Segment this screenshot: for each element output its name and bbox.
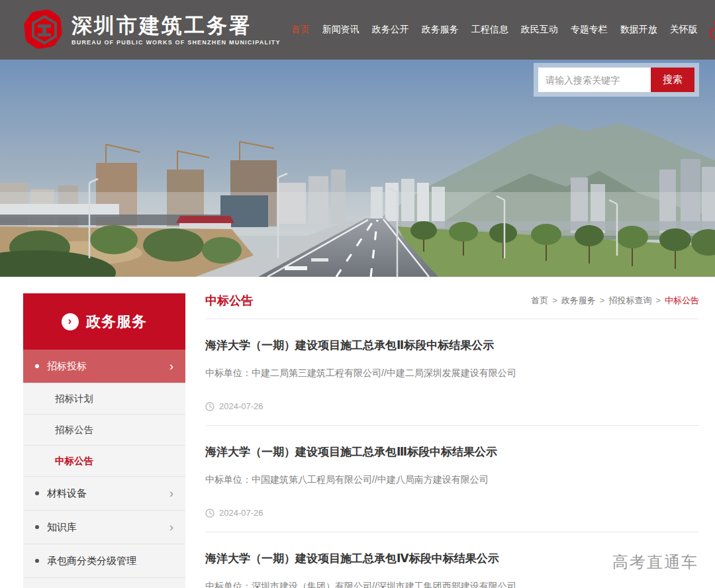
- announcement-title-link[interactable]: 海洋大学（一期）建设项目施工总承包Ⅱ标段中标结果公示: [205, 338, 699, 353]
- search-bar: 搜索: [534, 63, 699, 97]
- site-subtitle: BUREAU OF PUBLIC WORKS OF SHENZHEN MUNIC…: [72, 39, 281, 46]
- sidebar-item-winning-announcements[interactable]: 中标公告: [23, 445, 185, 476]
- sidebar-item-label: 材料设备: [47, 487, 87, 500]
- clock-icon: [205, 402, 215, 411]
- watermark: 高考直通车: [612, 552, 698, 573]
- bureau-logo-icon: [23, 9, 66, 51]
- search-button[interactable]: 搜索: [651, 68, 694, 92]
- sidebar-item-label: 招标计划: [55, 393, 93, 405]
- bullet-icon: [35, 364, 39, 368]
- breadcrumb-gov-services[interactable]: 政务服务: [561, 295, 596, 305]
- sidebar-item-label: 知识库: [47, 521, 77, 534]
- announcement-winner: 中标单位：深圳市建设（集团）有限公司//深圳市建工集团西部建设有限公司: [205, 581, 699, 588]
- sidebar-title-label: 政务服务: [86, 312, 147, 332]
- nav-news[interactable]: 新闻资讯: [322, 24, 359, 36]
- nav-gov-services[interactable]: 政务服务: [422, 24, 459, 36]
- nav-open-data[interactable]: 数据开放: [620, 24, 657, 36]
- accessibility-wheelchair-icon[interactable]: [707, 20, 715, 40]
- page: 深圳市建筑工务署 BUREAU OF PUBLIC WORKS OF SHENZ…: [0, 0, 715, 588]
- nav-home[interactable]: 首页: [291, 24, 310, 36]
- announcement-winner: 中标单位：中建二局第三建筑工程有限公司//中建二局深圳发展建设有限公司: [205, 368, 699, 379]
- sidebar: › 政务服务 招标投标 › 招标计划 招标公告 中标公告 材料设备 ›: [23, 293, 185, 588]
- search-input[interactable]: [538, 68, 651, 92]
- sidebar-item-label: 中标公告: [55, 455, 93, 467]
- announcement-item: 海洋大学（一期）建设项目施工总承包Ⅲ标段中标结果公示 中标单位：中国建筑第八工程…: [205, 426, 699, 532]
- sidebar-item-bid-plans[interactable]: 招标计划: [23, 383, 185, 414]
- sidebar-item-label: 招标投标: [47, 360, 87, 373]
- bullet-icon: [35, 525, 39, 529]
- bullet-icon: [35, 491, 39, 495]
- page-title: 中标公告: [205, 293, 253, 309]
- breadcrumb-separator: >: [655, 295, 661, 305]
- announcement-item: 海洋大学（一期）建设项目施工总承包Ⅱ标段中标结果公示 中标单位：中建二局第三建筑…: [205, 319, 699, 426]
- site-title: 深圳市建筑工务署: [72, 14, 252, 37]
- breadcrumb-bid-query[interactable]: 招投标查询: [608, 295, 651, 305]
- nav-project-info[interactable]: 工程信息: [471, 24, 508, 36]
- breadcrumb-home[interactable]: 首页: [531, 295, 548, 305]
- announcement-winner: 中标单位：中国建筑第八工程局有限公司//中建八局南方建设有限公司: [205, 474, 699, 486]
- clock-icon: [205, 509, 215, 518]
- arrow-circle-icon: ›: [62, 313, 79, 330]
- chevron-right-icon: ›: [169, 360, 173, 372]
- sidebar-item-knowledge-base[interactable]: 知识库 ›: [23, 510, 185, 544]
- announcement-date: 2024-07-26: [219, 508, 263, 518]
- breadcrumb-separator: >: [552, 295, 557, 305]
- top-header: 深圳市建筑工务署 BUREAU OF PUBLIC WORKS OF SHENZ…: [0, 0, 715, 60]
- sidebar-item-label: 承包商分类分级管理: [47, 555, 136, 567]
- hero-banner: 搜索: [0, 60, 715, 277]
- chevron-right-icon: ›: [169, 521, 173, 533]
- sidebar-item-bid-announcements[interactable]: 招标公告: [23, 414, 185, 445]
- nav-public-interaction[interactable]: 政民互动: [521, 24, 558, 36]
- sidebar-item-bidding[interactable]: 招标投标 ›: [23, 350, 185, 383]
- breadcrumb-separator: >: [600, 295, 605, 305]
- sidebar-title[interactable]: › 政务服务: [23, 293, 185, 350]
- sidebar-clipped-row: [23, 577, 185, 588]
- main-nav: 首页 新闻资讯 政务公开 政务服务 工程信息 政民互动 专题专栏 数据开放 关怀…: [291, 24, 698, 36]
- sidebar-item-contractor-management[interactable]: 承包商分类分级管理: [23, 544, 185, 577]
- sidebar-item-materials-equipment[interactable]: 材料设备 ›: [23, 476, 185, 510]
- sidebar-item-label: 招标公告: [55, 424, 93, 436]
- announcement-title-link[interactable]: 海洋大学（一期）建设项目施工总承包Ⅲ标段中标结果公示: [205, 445, 699, 460]
- nav-special-topics[interactable]: 专题专栏: [571, 24, 608, 36]
- content-area: › 政务服务 招标投标 › 招标计划 招标公告 中标公告 材料设备 ›: [0, 277, 715, 588]
- chevron-right-icon: ›: [169, 487, 173, 499]
- announcement-date: 2024-07-26: [219, 401, 263, 411]
- main-panel: 中标公告 首页>政务服务>招投标查询>中标公告 海洋大学（一期）建设项目施工总承…: [205, 293, 699, 588]
- bullet-icon: [35, 559, 39, 563]
- bureau-logo[interactable]: 深圳市建筑工务署 BUREAU OF PUBLIC WORKS OF SHENZ…: [23, 9, 281, 51]
- breadcrumb-current: 中标公告: [665, 295, 699, 305]
- breadcrumb: 首页>政务服务>招投标查询>中标公告: [531, 295, 699, 307]
- nav-gov-disclosure[interactable]: 政务公开: [372, 24, 409, 36]
- nav-accessible-version[interactable]: 关怀版: [670, 24, 698, 36]
